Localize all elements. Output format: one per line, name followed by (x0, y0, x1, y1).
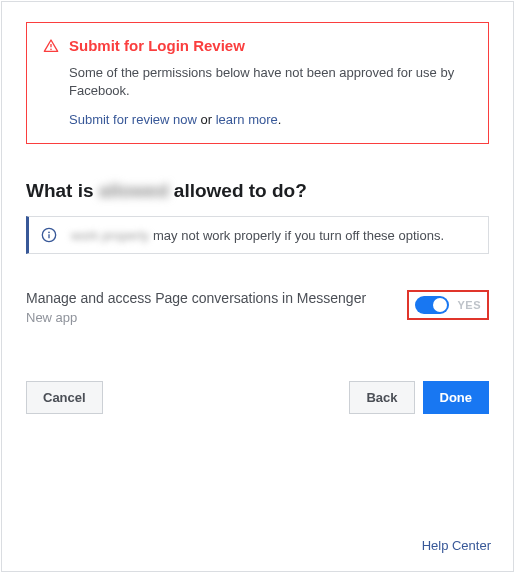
done-button[interactable]: Done (423, 381, 490, 414)
button-row: Cancel Back Done (26, 381, 489, 414)
permission-sub: New app (26, 310, 366, 325)
svg-point-3 (48, 232, 50, 234)
alert-header: Submit for Login Review (43, 37, 472, 54)
button-group-right: Back Done (349, 381, 489, 414)
info-banner: work properly may not work properly if y… (26, 216, 489, 254)
info-hidden-text: work properly (71, 228, 149, 243)
permission-label: Manage and access Page conversations in … (26, 290, 366, 306)
alert-actions: Submit for review now or learn more. (69, 112, 472, 127)
permissions-heading: What is allowed allowed to do? (26, 180, 489, 202)
permission-text: Manage and access Page conversations in … (26, 290, 366, 325)
heading-suffix: allowed to do? (174, 180, 307, 201)
cancel-button[interactable]: Cancel (26, 381, 103, 414)
submit-review-link[interactable]: Submit for review now (69, 112, 197, 127)
info-text: may not work properly if you turn off th… (153, 228, 444, 243)
toggle-highlight: YES (407, 290, 489, 320)
svg-point-1 (50, 48, 52, 50)
login-review-alert: Submit for Login Review Some of the perm… (26, 22, 489, 144)
dialog-container: Submit for Login Review Some of the perm… (1, 1, 514, 572)
heading-prefix: What is (26, 180, 99, 201)
alert-body: Some of the permissions below have not b… (69, 64, 472, 100)
warning-icon (43, 38, 59, 54)
alert-or-text: or (197, 112, 216, 127)
alert-period: . (278, 112, 282, 127)
toggle-state-label: YES (457, 299, 481, 311)
help-center-link[interactable]: Help Center (422, 538, 491, 553)
learn-more-link[interactable]: learn more (216, 112, 278, 127)
info-icon (41, 227, 57, 243)
heading-app-name: allowed (99, 180, 169, 201)
permission-row: Manage and access Page conversations in … (26, 290, 489, 325)
back-button[interactable]: Back (349, 381, 414, 414)
toggle-knob (433, 298, 447, 312)
permission-toggle[interactable] (415, 296, 449, 314)
alert-title: Submit for Login Review (69, 37, 245, 54)
